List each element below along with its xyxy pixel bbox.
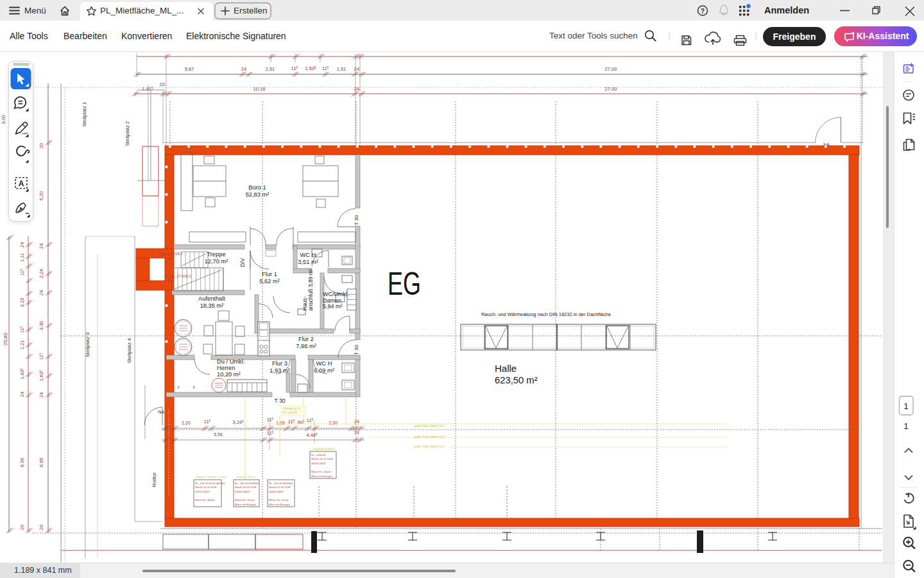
svg-text:18,35 m²: 18,35 m² xyxy=(200,302,224,309)
svg-text:Stand: 05.01.2018: Stand: 05.01.2018 xyxy=(311,457,333,460)
svg-text:6,99: 6,99 xyxy=(19,458,25,468)
svg-text:00000-0004*: 00000-0004* xyxy=(235,490,250,493)
svg-text:27,00: 27,00 xyxy=(605,86,617,92)
svg-text:Nr., 1000011: Nr., 1000011 xyxy=(311,453,327,457)
svg-text:27,00: 27,00 xyxy=(605,66,617,72)
svg-text:2,24: 2,24 xyxy=(38,269,44,279)
svg-text:9: 9 xyxy=(193,385,194,389)
svg-text:Treppe: Treppe xyxy=(207,251,225,258)
svg-text:00000-0004*: 00000-0004* xyxy=(311,462,327,465)
svg-text:NA: NA xyxy=(158,410,164,414)
svg-text:24: 24 xyxy=(38,392,44,398)
svg-text:(Büro mit Energie): (Büro mit Energie) xyxy=(235,503,257,506)
svg-text:Du / Umkl.: Du / Umkl. xyxy=(217,358,244,365)
svg-text:mögliche Werbefl. zur Str.: mögliche Werbefl. zur Str. xyxy=(196,475,227,478)
svg-text:1,835: 1,835 xyxy=(19,368,25,380)
svg-text:T 30: T 30 xyxy=(354,215,359,225)
svg-text:24: 24 xyxy=(354,86,359,92)
svg-text:Flur 2: Flur 2 xyxy=(298,336,314,342)
svg-text:WC H: WC H xyxy=(300,252,316,258)
svg-text:1,05: 1,05 xyxy=(276,421,285,425)
svg-text:115: 115 xyxy=(307,417,314,423)
svg-text:Stand: 05.01.2018: Stand: 05.01.2018 xyxy=(269,486,291,489)
svg-text:5,56: 5,56 xyxy=(214,432,223,437)
svg-text:00110-0004*: 00110-0004* xyxy=(195,490,210,493)
svg-text:24: 24 xyxy=(19,392,25,397)
svg-text:3,23: 3,23 xyxy=(19,298,25,308)
svg-text:115: 115 xyxy=(322,66,329,71)
svg-text:T 30: T 30 xyxy=(275,398,286,404)
svg-text:20: 20 xyxy=(19,525,25,530)
svg-text:1,11: 1,11 xyxy=(19,253,25,262)
svg-text:(Büro mit Energie): (Büro mit Energie) xyxy=(311,475,333,478)
svg-text:623,50 m²: 623,50 m² xyxy=(495,375,538,385)
svg-text:Nr., 100.00.0000000: Nr., 100.00.0000000 xyxy=(269,482,293,485)
svg-text:?: ? xyxy=(701,7,705,15)
svg-text:Stellplatz 2: Stellplatz 2 xyxy=(124,121,130,146)
svg-text:A: A xyxy=(19,179,24,188)
svg-text:4,485: 4,485 xyxy=(306,432,318,438)
svg-text:115: 115 xyxy=(19,268,25,276)
svg-text:52,83 m²: 52,83 m² xyxy=(246,191,270,198)
svg-text:2,30: 2,30 xyxy=(329,421,338,425)
svg-text:Hinweis Nr. 4: Hinweis Nr. 4 xyxy=(283,407,300,410)
svg-text:2,20: 2,20 xyxy=(182,421,191,425)
svg-text:Rauch- und Wärmeabzug nach DIN: Rauch- und Wärmeabzug nach DIN 18232 in … xyxy=(481,311,611,317)
svg-text:WC H: WC H xyxy=(316,360,332,367)
svg-text:7,96 m²: 7,96 m² xyxy=(296,343,316,349)
svg-text:1,93 m²: 1,93 m² xyxy=(270,367,290,374)
svg-text:1: 1 xyxy=(903,421,909,431)
svg-text:13 Stg. 17,4/28,2: 13 Stg. 17,4/28,2 xyxy=(164,274,191,278)
svg-text:Büro 1: Büro 1 xyxy=(248,184,266,191)
svg-text:Mieter Fa. Zainer: Mieter Fa. Zainer xyxy=(235,498,255,502)
svg-text:Nr., 100.00.0000000: Nr., 100.00.0000000 xyxy=(235,482,259,485)
svg-text:3,245: 3,245 xyxy=(232,419,244,425)
svg-text:24: 24 xyxy=(354,66,359,72)
svg-text:10,16: 10,16 xyxy=(253,86,266,92)
svg-text:115: 115 xyxy=(267,430,274,436)
svg-text:anschluß 3,89 m²: anschluß 3,89 m² xyxy=(307,268,314,311)
svg-text:5,67: 5,67 xyxy=(185,66,194,72)
svg-text:gelbe Hülle Wand Nr.1: gelbe Hülle Wand Nr.1 xyxy=(414,425,445,428)
svg-text:24: 24 xyxy=(38,243,44,249)
svg-text:Rolltor: Rolltor xyxy=(151,472,157,487)
svg-text:115: 115 xyxy=(19,326,25,333)
svg-text:gelbe Hülle Wand Nr.3: gelbe Hülle Wand Nr.3 xyxy=(414,445,445,448)
svg-text:1,415: 1,415 xyxy=(142,86,153,92)
svg-text:6,99: 6,99 xyxy=(38,458,44,468)
svg-text:24: 24 xyxy=(38,290,44,295)
svg-text:20,80: 20,80 xyxy=(3,332,8,346)
svg-text:24: 24 xyxy=(354,430,359,435)
svg-text:1,21: 1,21 xyxy=(19,340,25,350)
svg-text:5,94 m²: 5,94 m² xyxy=(323,303,343,310)
svg-text:3,51 m²: 3,51 m² xyxy=(298,259,318,265)
svg-text:T 30: T 30 xyxy=(354,345,359,355)
svg-text:Stand: 05.01.2018: Stand: 05.01.2018 xyxy=(195,486,217,489)
svg-text:Stellplatz 4: Stellplatz 4 xyxy=(126,338,132,363)
svg-text:Halle: Halle xyxy=(495,363,517,374)
svg-text:5,62 m²: 5,62 m² xyxy=(259,278,280,285)
svg-text:Flur 1: Flur 1 xyxy=(262,271,277,277)
svg-text:D/V: D/V xyxy=(239,258,246,268)
svg-text:Mieter Fa. Zainer: Mieter Fa. Zainer xyxy=(311,470,332,473)
svg-text:mögliche Werbefl.: mögliche Werbefl. xyxy=(312,448,336,451)
svg-text:3 Stg. 17,4/28,2: 3 Stg. 17,4/28,2 xyxy=(158,252,183,256)
svg-text:20: 20 xyxy=(160,82,165,87)
svg-text:115: 115 xyxy=(291,66,298,71)
svg-text:Herren: Herren xyxy=(217,365,235,371)
svg-text:1,535: 1,535 xyxy=(305,66,316,71)
svg-text:115: 115 xyxy=(38,353,44,360)
svg-text:3,30: 3,30 xyxy=(38,321,44,331)
svg-text:Stellplatz 1: Stellplatz 1 xyxy=(81,101,87,127)
svg-text:20: 20 xyxy=(38,525,44,530)
svg-text:Flur 3: Flur 3 xyxy=(272,360,287,367)
svg-text:Damen: Damen xyxy=(323,297,341,304)
svg-text:10,20 m²: 10,20 m² xyxy=(217,371,241,378)
svg-text:1,635: 1,635 xyxy=(38,370,44,381)
svg-text:115: 115 xyxy=(204,419,211,425)
svg-text:1,51: 1,51 xyxy=(337,66,346,72)
svg-text:2,51: 2,51 xyxy=(266,66,275,72)
svg-text:1: 1 xyxy=(903,401,909,411)
svg-text:9: 9 xyxy=(177,385,179,389)
svg-text:12,70 m²: 12,70 m² xyxy=(205,258,228,265)
